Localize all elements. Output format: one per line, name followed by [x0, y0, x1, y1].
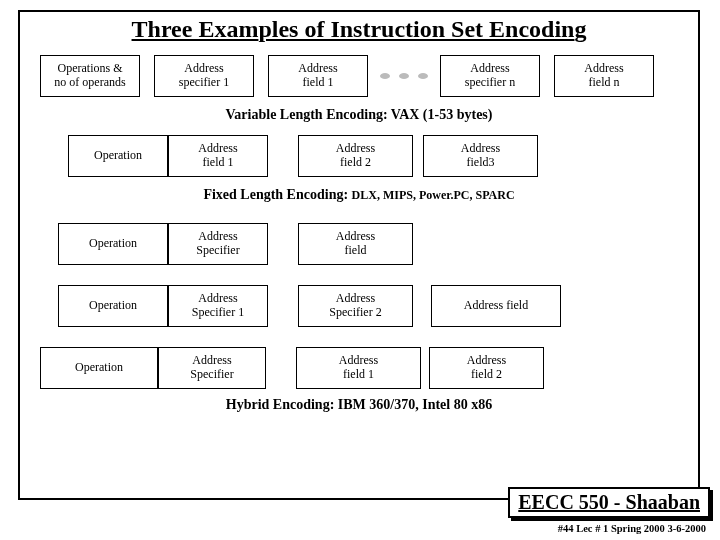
txt: Address: [171, 230, 265, 244]
title-part-a: Three Exam: [132, 16, 259, 42]
txt: Specifier 2: [301, 306, 410, 320]
box-addr-field: Address field: [431, 285, 561, 327]
txt: Address: [161, 354, 263, 368]
box-operation: Operation: [58, 285, 168, 327]
txt: field: [301, 244, 410, 258]
box-operation: Operation: [58, 223, 168, 265]
txt: Address: [432, 354, 541, 368]
footer-meta: #44 Lec # 1 Spring 2000 3-6-2000: [558, 523, 706, 534]
title-part-c: g: [574, 16, 586, 42]
txt: Address: [557, 62, 651, 76]
ellipsis-icon: [368, 55, 440, 97]
txt: field3: [426, 156, 535, 170]
txt: field 2: [432, 368, 541, 382]
txt: field 1: [271, 76, 365, 90]
txt: field 1: [299, 368, 418, 382]
box-addr-specifier-2: Address Specifier 2: [298, 285, 413, 327]
box-operation: Operation: [40, 347, 158, 389]
txt: Specifier: [171, 244, 265, 258]
txt: Address: [171, 292, 265, 306]
txt: Operation: [61, 299, 165, 313]
txt: Specifier 1: [171, 306, 265, 320]
txt: field n: [557, 76, 651, 90]
box-addr-field-1: Address field 1: [268, 55, 368, 97]
row-hybrid-a: Operation Address Specifier Address fiel…: [58, 223, 698, 265]
box-addr-field-n: Address field n: [554, 55, 654, 97]
txt: Address: [301, 230, 410, 244]
row-hybrid-c: Operation Address Specifier Address fiel…: [40, 347, 698, 389]
box-addr-specifier-1: Address Specifier 1: [168, 285, 268, 327]
txt: Operation: [43, 361, 155, 375]
box-ops-operands: Operations & no of operands: [40, 55, 140, 97]
txt: Address: [301, 142, 410, 156]
txt: Address: [301, 292, 410, 306]
box-operation: Operation: [68, 135, 168, 177]
row-hybrid-b: Operation Address Specifier 1 Address Sp…: [58, 285, 698, 327]
row-variable: Operations & no of operands Address spec…: [40, 55, 698, 97]
txt: Address: [299, 354, 418, 368]
box-addr-field-2: Address field 2: [429, 347, 544, 389]
txt: specifier 1: [157, 76, 251, 90]
slide-title: Three Examples of Instruction Set Encodi…: [20, 16, 698, 43]
box-addr-specifier: Address Specifier: [168, 223, 268, 265]
main-frame: Three Examples of Instruction Set Encodi…: [18, 10, 700, 500]
subtitle-variable: Variable Length Encoding: VAX (1-53 byte…: [20, 107, 698, 123]
txt: Address: [157, 62, 251, 76]
box-addr-field-1: Address field 1: [296, 347, 421, 389]
box-addr-field-2: Address field 2: [298, 135, 413, 177]
txt: Address field: [434, 299, 558, 313]
footer-course-box: EECC 550 - Shaaban: [508, 487, 710, 518]
txt: Fixed Length Encoding:: [203, 187, 348, 202]
box-addr-spec-n: Address specifier n: [440, 55, 540, 97]
title-part-b: ples of Instruction Set Encodin: [258, 16, 574, 42]
txt: Address: [443, 62, 537, 76]
box-addr-field-1: Address field 1: [168, 135, 268, 177]
subtitle-hybrid: Hybrid Encoding: IBM 360/370, Intel 80 x…: [20, 397, 698, 413]
txt: Address: [426, 142, 535, 156]
txt: no of operands: [43, 76, 137, 90]
footer-course-text: EECC 550 - Shaaban: [518, 491, 700, 513]
txt: Operations &: [43, 62, 137, 76]
txt: field 2: [301, 156, 410, 170]
txt: field 1: [171, 156, 265, 170]
box-addr-field-3: Address field3: [423, 135, 538, 177]
txt: Operation: [61, 237, 165, 251]
txt: Specifier: [161, 368, 263, 382]
box-addr-specifier: Address Specifier: [158, 347, 266, 389]
txt: Operation: [71, 149, 165, 163]
row-fixed: Operation Address field 1 Address field …: [68, 135, 698, 177]
txt: Address: [271, 62, 365, 76]
box-addr-spec-1: Address specifier 1: [154, 55, 254, 97]
box-addr-field: Address field: [298, 223, 413, 265]
txt: DLX, MIPS, Power.PC, SPARC: [352, 188, 515, 202]
txt: specifier n: [443, 76, 537, 90]
txt: Address: [171, 142, 265, 156]
subtitle-fixed: Fixed Length Encoding: DLX, MIPS, Power.…: [20, 187, 698, 203]
